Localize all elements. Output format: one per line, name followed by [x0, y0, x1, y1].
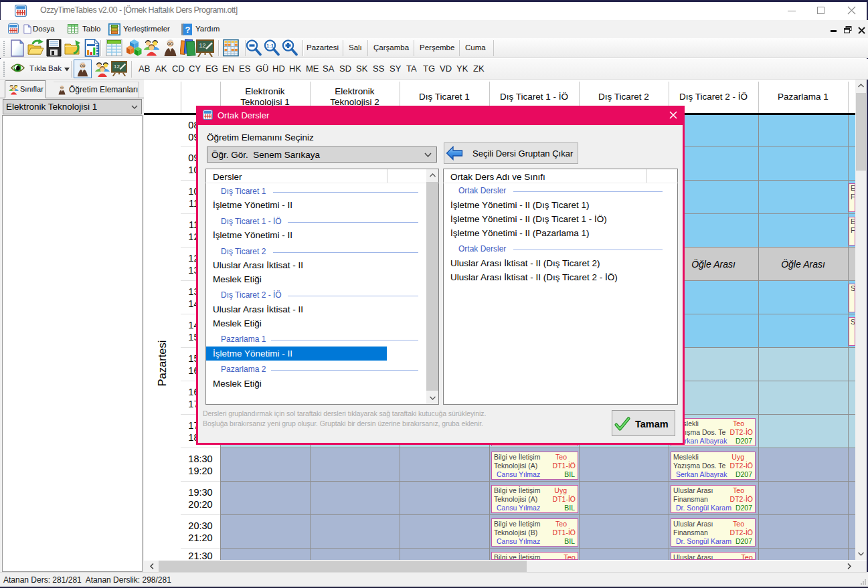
svg-text:12: 12: [199, 42, 206, 49]
svg-text:12: 12: [114, 64, 120, 70]
svg-text:1:1: 1:1: [266, 43, 274, 49]
svg-text:?: ?: [185, 25, 191, 35]
